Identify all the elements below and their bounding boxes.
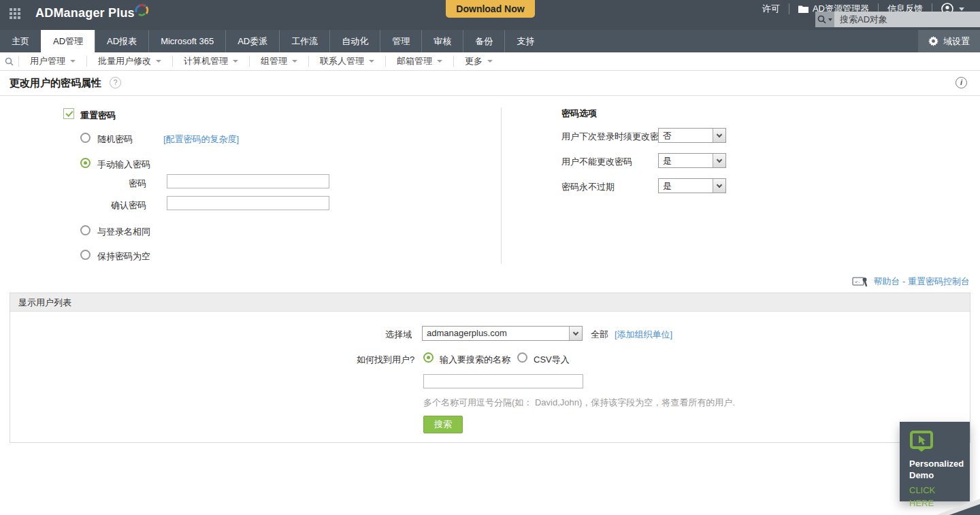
chevron-down-icon [713,179,725,193]
page-curl [949,504,980,515]
tab-ad-delegation[interactable]: AD委派 [225,30,279,52]
tab-automation[interactable]: 自动化 [329,30,380,52]
show-user-list-panel: 显示用户列表 [10,293,970,443]
tab-admin[interactable]: 管理 [380,30,421,52]
random-password-label: 随机密码 [97,133,133,146]
svg-text:<-: <- [855,279,860,284]
help-icon[interactable]: ? [110,77,121,88]
download-now-button[interactable]: Download Now [446,0,535,18]
manual-password-label: 手动输入密码 [97,159,150,171]
column-divider [501,107,502,264]
ad-object-search [815,12,980,27]
page-title: 更改用户的密码属性 [10,77,101,90]
chevron-down-icon [959,7,964,11]
tab-home[interactable]: 主页 [0,30,41,52]
keep-blank-radio[interactable] [80,250,91,260]
search-button[interactable]: 搜索 [423,416,463,433]
password-label: 密码 [129,178,146,190]
select-domain-label: 选择域 [385,329,412,341]
search-icon [817,15,826,24]
chevron-down-icon [156,60,161,63]
search-input[interactable] [834,12,980,27]
helpdesk-console-icon: <- [852,276,868,288]
chevron-down-icon [569,327,582,340]
tab-microsoft-365[interactable]: Microsoft 365 [148,30,225,52]
subnav-mailbox-management[interactable]: 邮箱管理 [385,56,453,67]
subnav-bulk-user-modify[interactable]: 批量用户修改 [86,56,172,67]
user-list-header: 显示用户列表 [10,293,970,312]
password-never-expires-label: 密码永不过期 [561,181,615,193]
subnav-more[interactable]: 更多 [453,56,504,67]
personalized-demo-widget[interactable]: Personalized Demo CLICK HERE [900,422,970,501]
password-complexity-link[interactable]: [配置密码的复杂度] [163,133,239,146]
chevron-down-icon [713,154,725,167]
subnav-user-management[interactable]: 用户管理 [19,56,86,67]
subnav-computer-management[interactable]: 计算机管理 [172,56,249,67]
app-logo-text: ADManager Plus [35,6,135,20]
tab-backup[interactable]: 备份 [463,30,504,52]
same-as-logon-label: 与登录名相同 [97,226,150,238]
chevron-down-icon [233,60,238,63]
names-hint-text: 多个名称可用逗号分隔(如： David,John)，保持该字段为空，将查看所有的… [423,397,735,409]
manual-password-radio[interactable] [80,158,91,168]
must-change-password-label: 用户下次登录时须更改密码 [561,131,668,143]
keep-blank-label: 保持密码为空 [97,250,150,263]
domain-settings-label: 域设置 [943,35,970,48]
subnav-group-management[interactable]: 组管理 [249,56,308,67]
license-link[interactable]: 许可 [753,3,789,14]
chevron-down-icon [713,129,725,142]
search-scope-button[interactable] [815,12,834,27]
subnav-contact-management[interactable]: 联系人管理 [308,56,385,67]
top-bar: ADManager Plus Download Now 许可 AD资源管理器 信… [0,0,980,30]
cannot-change-password-select[interactable]: 是 [658,153,726,168]
random-password-radio[interactable] [80,133,91,143]
reset-password-checkbox[interactable] [63,108,74,119]
info-icon[interactable]: i [956,77,967,88]
find-users-label: 如何找到用户? [357,354,414,366]
confirm-password-field[interactable] [167,196,329,210]
helpdesk-link[interactable]: <- 帮助台 - 重置密码控制台 [852,276,970,288]
tab-ad-mgmt[interactable]: AD管理 [41,30,95,52]
domain-settings-button[interactable]: 域设置 [918,30,980,52]
add-ou-link[interactable]: [添加组织单位] [615,329,672,341]
must-change-password-select[interactable]: 否 [658,128,726,143]
subnav-search-button[interactable] [0,56,19,67]
apps-grid-icon[interactable] [10,8,23,22]
page-title-bar: 更改用户的密码属性 ? i [0,71,980,96]
confirm-password-label: 确认密码 [111,199,146,212]
csv-import-radio[interactable] [517,352,527,363]
chevron-down-icon [369,60,374,63]
password-options-title: 密码选项 [561,107,597,120]
cannot-change-password-label: 用户不能更改密码 [561,156,632,168]
gear-icon [928,36,938,46]
reset-password-label: 重置密码 [80,110,116,122]
app-logo[interactable]: ADManager Plus [35,6,151,20]
chevron-down-icon [70,60,76,63]
tab-audit[interactable]: 审核 [421,30,463,52]
chevron-down-icon [292,60,297,63]
enter-names-radio[interactable] [423,352,434,363]
folder-icon [798,5,808,13]
csv-import-label: CSV导入 [534,354,570,366]
demo-title: Personalized Demo [909,458,970,481]
all-label: 全部 [591,329,608,341]
logo-swirl-icon [131,0,151,20]
main-nav-tabs: 主页 AD管理 AD报表 Microsoft 365 AD委派 工作流 自动化 … [0,30,980,52]
chevron-down-icon [828,18,832,21]
chevron-down-icon [487,60,493,63]
same-as-logon-radio[interactable] [80,225,91,235]
password-field[interactable] [167,174,329,188]
password-never-expires-select[interactable]: 是 [658,178,726,193]
sub-nav: 用户管理 批量用户修改 计算机管理 组管理 联系人管理 邮箱管理 更多 [0,52,980,71]
tab-ad-reports[interactable]: AD报表 [95,30,148,52]
domain-select[interactable]: admanagerplus.com [422,326,583,341]
tab-workflow[interactable]: 工作流 [279,30,329,52]
names-search-field[interactable] [423,374,583,388]
search-icon [5,57,14,66]
demo-monitor-icon [909,431,935,453]
chevron-down-icon [437,60,442,63]
tab-support[interactable]: 支持 [504,30,546,52]
enter-names-label: 输入要搜索的名称 [440,354,510,366]
